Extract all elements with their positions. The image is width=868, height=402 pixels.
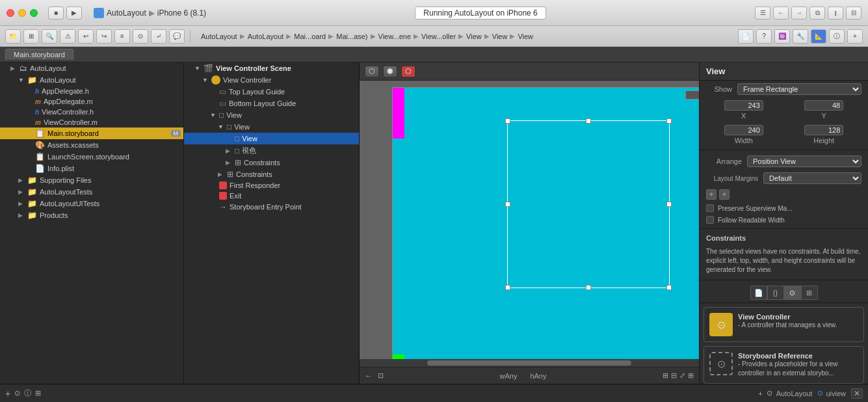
canvas-ctrl2[interactable]: ⊟: [671, 371, 677, 380]
canvas-back-btn[interactable]: ←: [365, 371, 373, 381]
nav-item-main-storyboard[interactable]: ▶ 📋 Main.storyboard M: [0, 127, 183, 139]
bottom-clock-btn[interactable]: ⊙: [14, 389, 20, 397]
bc-view1[interactable]: View: [466, 33, 482, 40]
split-view-btn[interactable]: ⧉: [809, 7, 825, 20]
canvas-shape2-btn[interactable]: ⬢: [383, 66, 397, 77]
readable-checkbox[interactable]: [706, 216, 714, 224]
inspector-add-btn[interactable]: +: [847, 29, 863, 44]
inspector-tab-grid[interactable]: ⊞: [801, 286, 818, 300]
list-btn[interactable]: ≡: [114, 29, 130, 44]
nav-item-appdelegate-h[interactable]: ▶ h AppDelegate.h: [0, 86, 183, 96]
prev-btn[interactable]: ←: [773, 7, 789, 20]
link-btn[interactable]: ⤶: [151, 29, 166, 44]
nav-item-exit[interactable]: ▶ Exit: [184, 191, 359, 201]
canvas-shape1-btn[interactable]: ⬡: [365, 66, 379, 77]
nav-item-view-child[interactable]: ▼ □ View: [184, 121, 359, 133]
inspector-width-input[interactable]: 240: [724, 125, 763, 135]
main-tab[interactable]: Main.storyboard: [5, 49, 73, 60]
split-h-btn[interactable]: ⊟: [846, 7, 861, 20]
inspector-ruler-btn[interactable]: 📐: [811, 29, 826, 44]
scrollbar-thumb[interactable]: [427, 360, 631, 366]
inspector-tab-circle[interactable]: ⊙: [784, 286, 801, 300]
inspector-x-input[interactable]: 243: [724, 100, 763, 111]
canvas-content[interactable]: [360, 81, 699, 367]
inspector-attr-btn[interactable]: 🔧: [793, 29, 808, 44]
canvas-ctrl3[interactable]: ⤢: [679, 371, 685, 380]
handle-bl[interactable]: [505, 285, 510, 290]
nav-item-view-selected[interactable]: ▶ □ View: [184, 133, 359, 144]
bc-maiase[interactable]: Mai...ase): [336, 33, 367, 40]
nav-item-appdelegate-m[interactable]: ▶ m AppDelegate.m: [0, 96, 183, 107]
canvas-shape3-btn[interactable]: ⬡: [401, 66, 415, 77]
nav-item-vc-scene[interactable]: ▼ 🎬 View Controller Scene: [184, 62, 359, 74]
nav-item-top-layout[interactable]: ▶ ▭ Top Layout Guide: [184, 86, 359, 98]
inspector-arrange-select[interactable]: Position View: [747, 155, 861, 167]
inspector-file-btn[interactable]: 📄: [738, 29, 754, 44]
handle-mr[interactable]: [666, 202, 672, 207]
nav-item-assets[interactable]: ▶ 🎨 Assets.xcassets: [0, 139, 183, 151]
canvas-frame-toggle[interactable]: ⊡: [378, 371, 384, 380]
bottom-add-btn[interactable]: +: [5, 388, 10, 399]
hierarchy-btn[interactable]: ⊙: [133, 29, 148, 44]
nav-item-view-root[interactable]: ▼ □ View: [184, 109, 359, 121]
nav-item-autolayout-ui-tests[interactable]: ▶ 📁 AutoLayoutUITests: [0, 198, 183, 209]
canvas-ctrl1[interactable]: ⊞: [663, 371, 668, 380]
bc-viewene[interactable]: View...ene: [378, 33, 412, 40]
split-v-btn[interactable]: ⫿: [828, 7, 843, 20]
nav-folder-btn[interactable]: 📁: [5, 29, 21, 44]
bottom-info-btn[interactable]: ⓘ: [24, 388, 31, 398]
nav-grid-btn[interactable]: ⊞: [23, 29, 39, 44]
run-button[interactable]: ▶: [66, 7, 82, 20]
inspector-tab-code[interactable]: {}: [767, 286, 784, 300]
nav-item-canji[interactable]: ▶ □ 視色: [184, 144, 359, 157]
nav-item-autolayout-group[interactable]: ▼ 📁 AutoLayout: [0, 74, 183, 86]
nav-item-autolayout-tests[interactable]: ▶ 📁 AutoLayoutTests: [0, 186, 183, 198]
minimize-button[interactable]: [18, 9, 26, 17]
inspector-y-input[interactable]: 48: [804, 100, 843, 111]
bc-maioard[interactable]: Mai...oard: [294, 33, 326, 40]
handle-br[interactable]: [666, 285, 672, 290]
nav-item-vc[interactable]: ▼ View Controller: [184, 74, 359, 86]
nav-item-first-responder[interactable]: ▶ First Responder: [184, 180, 359, 191]
selected-view-rect[interactable]: [507, 120, 670, 288]
handle-bm[interactable]: [586, 285, 591, 290]
canvas-ctrl4[interactable]: ⊞: [688, 371, 694, 380]
nav-item-storyboard-entry[interactable]: ▶ → Storyboard Entry Point: [184, 201, 359, 213]
nav-item-supporting-files[interactable]: ▶ 📁 Supporting Files: [0, 174, 183, 186]
scene-bottom-add-btn[interactable]: +: [758, 390, 762, 397]
inspector-tab-file[interactable]: 📄: [750, 286, 767, 300]
handle-tm[interactable]: [586, 118, 591, 124]
nav-item-autolayout-root[interactable]: ▶ 🗂 AutoLayout: [0, 62, 183, 74]
canvas-scrollbar-h[interactable]: [360, 359, 699, 367]
maximize-button[interactable]: [30, 9, 38, 17]
stop-button[interactable]: ■: [48, 7, 64, 20]
nav-item-constraints-outer[interactable]: ▶ ⊞ Constraints: [184, 168, 359, 180]
bc-autolayout2[interactable]: AutoLayout: [248, 33, 284, 40]
inspector-show-select[interactable]: Frame Rectangle: [737, 83, 861, 95]
handle-tr[interactable]: [666, 118, 672, 124]
warning-btn[interactable]: ⚠: [60, 29, 75, 44]
inspector-margins-select[interactable]: Default: [763, 172, 861, 184]
next-btn[interactable]: →: [791, 7, 807, 20]
nav-item-viewcontroller-m[interactable]: ▶ m ViewController.m: [0, 117, 183, 127]
plus-btn-2[interactable]: +: [719, 189, 730, 200]
nav-item-products[interactable]: ▶ 📁 Products: [0, 209, 183, 221]
search-btn[interactable]: 🔍: [42, 29, 57, 44]
bottom-expand-btn[interactable]: ⊞: [35, 389, 41, 397]
nav-item-constraints-inner[interactable]: ▶ ⊞ Constraints: [184, 157, 359, 168]
undo-btn[interactable]: ↩: [78, 29, 94, 44]
inspector-id-btn[interactable]: 🆔: [774, 29, 790, 44]
nav-item-bottom-layout[interactable]: ▶ ▭ Bottom Layout Guide: [184, 98, 359, 109]
redo-btn[interactable]: ↪: [96, 29, 112, 44]
bc-viewoller[interactable]: View...oller: [421, 33, 456, 40]
close-button[interactable]: [7, 9, 14, 17]
comment-btn[interactable]: 💬: [169, 29, 185, 44]
bc-view2[interactable]: View: [492, 33, 508, 40]
inspector-identity-btn[interactable]: ⓘ: [829, 29, 845, 44]
nav-item-info-plist[interactable]: ▶ 📄 Info.plist: [0, 163, 183, 174]
sidebar-toggle[interactable]: ☰: [755, 7, 770, 20]
handle-ml[interactable]: [505, 202, 510, 207]
nav-item-launchscreen[interactable]: ▶ 📋 LaunchScreen.storyboard: [0, 151, 183, 163]
preserve-checkbox[interactable]: [706, 204, 714, 212]
handle-tl[interactable]: [505, 118, 510, 124]
